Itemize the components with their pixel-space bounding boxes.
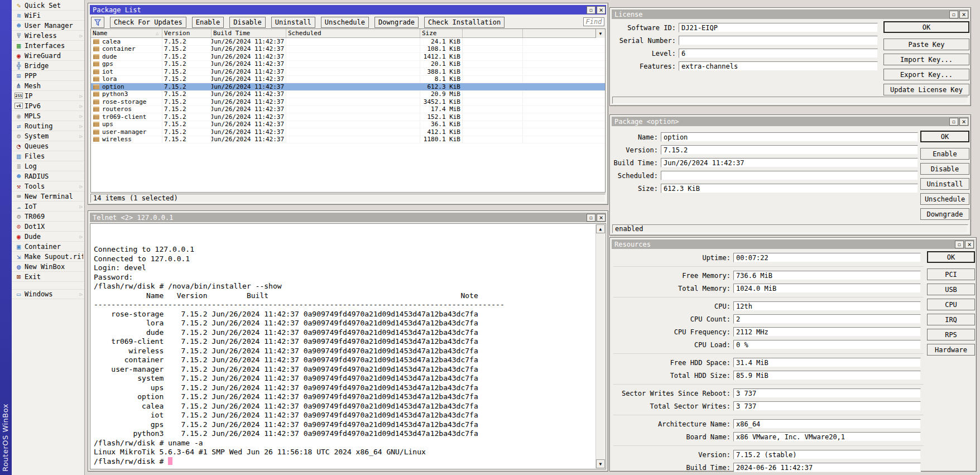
field-cpu-count[interactable]: 2 (733, 314, 921, 324)
telnet-titlebar[interactable]: Telnet <2> 127.0.0.1 ◻ × (90, 213, 606, 222)
field-architecture-name[interactable]: x86_64 (733, 419, 921, 429)
check-installation-button[interactable]: Check Installation (424, 17, 505, 28)
field-level[interactable]: 6 (679, 49, 878, 58)
enable-button[interactable]: Enable (192, 17, 224, 28)
field-cpu-frequency[interactable]: 2112 MHz (733, 327, 921, 337)
sidebar-item-wireless[interactable]: ΨWireless▷ (12, 31, 84, 41)
column-header-version[interactable]: Version (162, 29, 212, 37)
table-row[interactable]: wireless7.15.2Jun/26/2024 11:42:371180.1… (91, 136, 605, 144)
table-row[interactable]: iot7.15.2Jun/26/2024 11:42:37388.1 KiB (91, 68, 605, 76)
irq-button[interactable]: IRQ (927, 314, 975, 325)
uninstall-button[interactable]: Uninstall (271, 17, 315, 28)
maximize-button[interactable]: ◻ (587, 214, 595, 222)
table-row[interactable]: option7.15.2Jun/26/2024 11:42:37612.3 Ki… (91, 83, 605, 91)
field-cpu[interactable]: 12th (733, 301, 921, 311)
sidebar-item-dot1x[interactable]: ⊙Dot1X (12, 222, 84, 232)
close-button[interactable]: × (965, 241, 974, 248)
close-button[interactable]: × (959, 118, 968, 126)
column-header-size[interactable]: Size (420, 29, 463, 37)
column-header-scheduled[interactable]: Scheduled (286, 29, 420, 37)
sidebar-item-bridge[interactable]: ╬Bridge (12, 61, 84, 71)
sidebar-item-iot[interactable]: ☁IoT▷ (12, 201, 84, 212)
sidebar-item-make-supout-rif[interactable]: ⇲Make Supout.rif (12, 252, 84, 262)
sidebar-item-new-winbox[interactable]: ◍New WinBox (12, 262, 84, 272)
sidebar-item-files[interactable]: ▥Files (12, 151, 84, 161)
field-cpu-load[interactable]: 0 % (733, 340, 921, 349)
sidebar-item-log[interactable]: ≣Log (12, 161, 84, 171)
ok-button[interactable]: OK (920, 131, 969, 142)
sidebar-item-ip[interactable]: 255IP▷ (12, 91, 84, 101)
sidebar-item-tools[interactable]: ⚒Tools▷ (12, 181, 84, 191)
sidebar-item-tr069[interactable]: ⚙TR069 (12, 212, 84, 222)
paste-key-button[interactable]: Paste Key (883, 39, 969, 50)
column-header-empty[interactable] (523, 29, 595, 37)
field-total-hdd-size[interactable]: 85.9 MiB (733, 371, 921, 380)
column-header-empty[interactable] (463, 29, 523, 37)
field-version[interactable]: 7.15.2 (stable) (733, 450, 921, 459)
vertical-scrollbar[interactable]: ▲ ▼ (595, 224, 605, 468)
maximize-button[interactable]: ◻ (949, 118, 958, 126)
package-list-titlebar[interactable]: Package List ◻ × (90, 5, 606, 15)
rps-button[interactable]: RPS (927, 329, 975, 340)
close-button[interactable]: × (597, 6, 606, 14)
field-name[interactable]: option (661, 132, 918, 142)
field-total-sector-writes[interactable]: 3 737 (733, 401, 921, 411)
sidebar-item-dude[interactable]: ◉Dude▷ (12, 232, 84, 242)
cpu-button[interactable]: CPU (927, 299, 975, 310)
maximize-button[interactable]: ◻ (587, 6, 595, 14)
unschedule-button[interactable]: Unschedule (920, 193, 969, 205)
sidebar-item-wireguard[interactable]: ◉WireGuard (12, 51, 84, 61)
sidebar-item-mpls[interactable]: ◉MPLS▷ (12, 111, 84, 121)
field-serial-number[interactable] (679, 36, 878, 45)
close-button[interactable]: × (959, 11, 968, 18)
disable-button[interactable]: Disable (920, 163, 969, 175)
export-key-button[interactable]: Export Key... (883, 69, 969, 80)
sidebar-item-system[interactable]: ⚙System▷ (12, 131, 84, 141)
find-input[interactable] (583, 17, 604, 26)
field-free-hdd-space[interactable]: 31.4 MiB (733, 358, 921, 367)
unschedule-button[interactable]: Unschedule (321, 17, 369, 28)
pci-button[interactable]: PCI (927, 268, 975, 280)
ok-button[interactable]: OK (883, 21, 969, 33)
table-row[interactable]: ups7.15.2Jun/26/2024 11:42:3736.1 KiB (91, 121, 605, 129)
package-option-titlebar[interactable]: Package <option> ◻ × (612, 117, 969, 126)
column-header-build-time[interactable]: Build Time (212, 29, 286, 37)
field-software-id[interactable]: DJ21-EIQP (679, 23, 878, 32)
sidebar-item-windows[interactable]: ▭Windows▷ (12, 289, 84, 299)
table-row[interactable]: container7.15.2Jun/26/2024 11:42:37108.1… (91, 46, 605, 54)
sidebar-item-exit[interactable]: ⊠Exit (12, 272, 84, 282)
sidebar-item-wifi[interactable]: ≋WiFi (12, 11, 84, 21)
sidebar-item-routing[interactable]: ⇄Routing▷ (12, 121, 84, 131)
field-build-time[interactable]: Jun/26/2024 11:42:37 (661, 158, 918, 167)
sidebar-item-new-terminal[interactable]: ⌨New Terminal (12, 191, 84, 201)
field-board-name[interactable]: x86 VMware, Inc. VMware20,1 (733, 432, 921, 442)
table-row[interactable]: dude7.15.2Jun/26/2024 11:42:371412.1 KiB (91, 53, 605, 61)
license-titlebar[interactable]: License ◻ × (612, 9, 969, 19)
field-free-memory[interactable]: 736.6 MiB (733, 271, 921, 280)
disable-button[interactable]: Disable (229, 17, 266, 28)
sidebar-item-ppp[interactable]: ⊞PPP (12, 71, 84, 81)
close-button[interactable]: × (597, 214, 606, 222)
sidebar-item-user-manager[interactable]: ☻User Manager (12, 21, 84, 31)
table-row[interactable]: python37.15.2Jun/26/2024 11:42:3720.9 Mi… (91, 91, 605, 99)
scroll-down-icon[interactable]: ▼ (596, 459, 605, 468)
field-size[interactable]: 612.3 KiB (661, 184, 918, 193)
hardware-button[interactable]: Hardware (927, 344, 975, 356)
update-license-key-button[interactable]: Update License Key (883, 84, 969, 95)
field-uptime[interactable]: 00:07:22 (733, 253, 921, 262)
table-row[interactable]: user-manager7.15.2Jun/26/2024 11:42:3741… (91, 128, 605, 136)
table-row[interactable]: tr069-client7.15.2Jun/26/2024 11:42:3715… (91, 113, 605, 121)
scroll-up-icon[interactable]: ▲ (596, 224, 605, 233)
ok-button[interactable]: OK (927, 251, 975, 263)
downgrade-button[interactable]: Downgrade (374, 17, 419, 28)
terminal-output[interactable]: Connecting to 127.0.0.1Connected to 127.… (91, 224, 595, 468)
table-row[interactable]: lora7.15.2Jun/26/2024 11:42:378.1 KiB (91, 76, 605, 84)
maximize-button[interactable]: ◻ (955, 241, 964, 248)
field-build-time[interactable]: 2024-06-26 11:42:37 (733, 463, 921, 472)
field-total-memory[interactable]: 1024.0 MiB (733, 284, 921, 293)
check-for-updates-button[interactable]: Check For Updates (110, 17, 186, 28)
downgrade-button[interactable]: Downgrade (920, 208, 969, 220)
table-row[interactable]: calea7.15.2Jun/26/2024 11:42:3724.1 KiB (91, 38, 605, 46)
field-scheduled[interactable] (661, 171, 918, 180)
field-version[interactable]: 7.15.2 (661, 145, 918, 155)
